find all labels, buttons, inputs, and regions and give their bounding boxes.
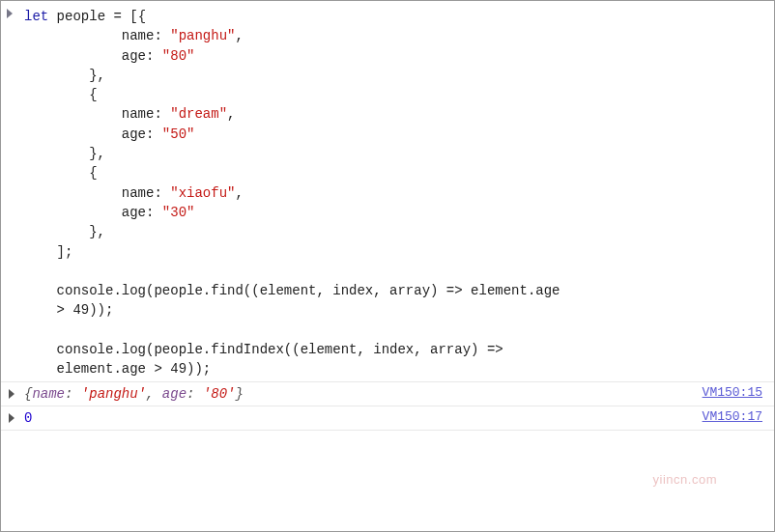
- source-link[interactable]: VM150:17: [703, 408, 762, 427]
- object-preview: {name: 'panghu', age: '80'}: [24, 384, 244, 404]
- source-link[interactable]: VM150:15: [703, 384, 762, 403]
- console-panel: let people = [{ name: "panghu", age: "80…: [1, 1, 774, 434]
- console-output-entry[interactable]: {name: 'panghu', age: '80'} VM150:15: [1, 381, 774, 406]
- console-input-entry[interactable]: let people = [{ name: "panghu", age: "80…: [1, 5, 774, 381]
- console-output-entry[interactable]: 0 VM150:17: [1, 406, 774, 431]
- output-value: 0: [24, 408, 32, 428]
- code-block: let people = [{ name: "panghu", age: "80…: [24, 9, 560, 377]
- watermark: yiincn.com: [653, 471, 717, 490]
